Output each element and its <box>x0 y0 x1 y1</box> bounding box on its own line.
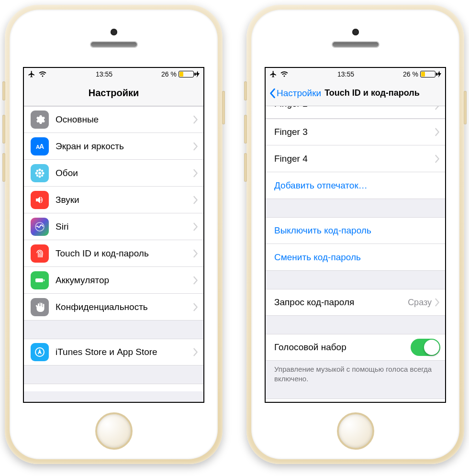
svg-point-1 <box>39 168 41 171</box>
nav-bar-left: Настройки <box>24 80 203 106</box>
front-camera <box>111 29 117 35</box>
row-label: Siri <box>56 221 193 232</box>
svg-point-7 <box>36 174 38 176</box>
speaker-icon <box>31 191 49 209</box>
home-button[interactable] <box>337 412 374 450</box>
charging-bolt-icon <box>196 71 200 77</box>
partial-row-peek <box>24 384 203 391</box>
battery-icon <box>179 71 194 77</box>
row-label: Экран и яркость <box>56 141 193 152</box>
gear-icon <box>31 111 49 129</box>
svg-point-3 <box>35 172 38 174</box>
home-button[interactable] <box>95 412 133 450</box>
row-label: Конфиденциальность <box>56 302 193 312</box>
settings-list[interactable]: ОсновныеAAЭкран и яркостьОбоиЗвукиSiriTo… <box>24 106 203 402</box>
back-label: Настройки <box>277 88 321 99</box>
status-battery-pct: 26 % <box>161 70 177 78</box>
settings-row-siri[interactable]: Siri <box>24 213 203 240</box>
battery-icon <box>420 71 436 77</box>
voice-dial-footer: Управление музыкой с помощью голоса всег… <box>266 361 445 384</box>
charging-bolt-icon <box>437 71 441 77</box>
touchid-settings[interactable]: Finger 2 Finger 3Finger 4 Добавить отпеч… <box>266 106 445 402</box>
earpiece-speaker <box>332 41 380 48</box>
require-passcode-row[interactable]: Запрос код-пароля Сразу <box>266 289 445 316</box>
svg-point-2 <box>39 175 41 177</box>
row-label: Touch ID и код-пароль <box>56 248 193 259</box>
svg-point-6 <box>41 169 43 171</box>
chevron-right-icon <box>435 298 440 307</box>
appstore-icon <box>31 343 49 361</box>
add-fingerprint-button[interactable]: Добавить отпечаток… <box>266 172 445 199</box>
status-time: 13:55 <box>289 70 403 78</box>
partial-finger-row[interactable]: Finger 2 <box>266 106 445 119</box>
finger-label: Finger 4 <box>274 154 435 164</box>
back-button[interactable]: Настройки <box>268 88 321 99</box>
settings-row-wallpaper[interactable]: Обои <box>24 160 203 187</box>
svg-point-0 <box>38 172 41 175</box>
screen-left: 13:55 26 % Настройки ОсновныеAAЭкран и я… <box>23 67 204 403</box>
turn-off-passcode-button[interactable]: Выключить код-пароль <box>266 217 445 244</box>
AA-icon: AA <box>31 137 49 155</box>
settings-row-itunes[interactable]: iTunes Store и App Store <box>24 339 203 365</box>
row-label: Основные <box>56 114 193 125</box>
status-bar: 13:55 26 % <box>24 68 203 80</box>
front-camera <box>352 29 359 35</box>
svg-point-8 <box>41 174 43 176</box>
airplane-mode-icon <box>269 70 277 78</box>
finger-row[interactable]: Finger 3 <box>266 119 445 145</box>
phone-left: 13:55 26 % Настройки ОсновныеAAЭкран и я… <box>5 5 223 464</box>
wifi-icon <box>280 71 289 77</box>
phone-right: 13:55 26 % Настройки Touch ID и код- <box>246 5 464 464</box>
change-passcode-button[interactable]: Сменить код-пароль <box>266 244 445 271</box>
row-label: iTunes Store и App Store <box>56 347 193 357</box>
flower-icon <box>31 164 49 182</box>
chevron-right-icon <box>435 106 440 110</box>
earpiece-speaker <box>90 41 138 48</box>
svg-point-5 <box>36 169 38 171</box>
row-label: Звуки <box>56 195 193 205</box>
siri-icon <box>31 218 49 236</box>
settings-row-general[interactable]: Основные <box>24 106 203 133</box>
phone-top <box>10 10 218 67</box>
airplane-mode-icon <box>28 70 35 78</box>
battery-icon <box>31 271 49 289</box>
finger-row[interactable]: Finger 4 <box>266 145 445 172</box>
phone-top <box>251 10 459 67</box>
settings-row-display[interactable]: AAЭкран и яркость <box>24 133 203 160</box>
partial-next-section <box>266 399 445 402</box>
finger-label: Finger 3 <box>274 127 435 137</box>
row-label: Аккумулятор <box>56 275 193 286</box>
hand-icon <box>31 298 49 316</box>
require-passcode-value: Сразу <box>408 298 432 308</box>
voice-dial-row: Голосовой набор <box>266 334 445 361</box>
settings-row-privacy[interactable]: Конфиденциальность <box>24 294 203 321</box>
status-battery-pct: 26 % <box>403 70 418 78</box>
settings-row-sounds[interactable]: Звуки <box>24 187 203 213</box>
page-title: Настройки <box>89 88 139 99</box>
svg-point-4 <box>42 172 45 174</box>
fingerprint-icon <box>31 244 49 263</box>
svg-rect-10 <box>35 278 43 282</box>
wifi-icon <box>38 71 47 77</box>
status-bar: 13:55 26 % <box>266 68 445 80</box>
row-label: Обои <box>56 168 193 178</box>
svg-rect-11 <box>44 279 45 281</box>
voice-dial-toggle[interactable] <box>411 339 440 356</box>
settings-row-touchid[interactable]: Touch ID и код-пароль <box>24 240 203 267</box>
page-title: Touch ID и код-пароль <box>324 88 420 98</box>
nav-bar-right: Настройки Touch ID и код-пароль <box>266 80 445 106</box>
status-time: 13:55 <box>47 70 161 78</box>
screen-right: 13:55 26 % Настройки Touch ID и код- <box>265 67 446 403</box>
settings-row-battery[interactable]: Аккумулятор <box>24 267 203 294</box>
